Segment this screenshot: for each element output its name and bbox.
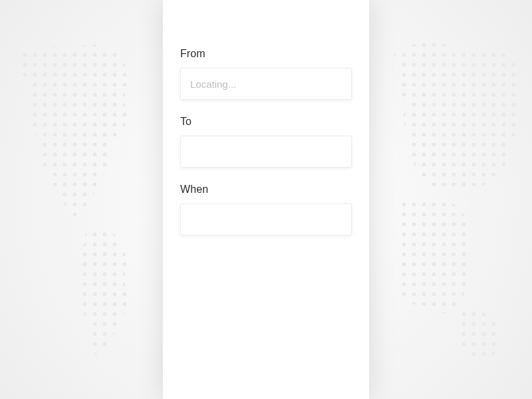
to-input[interactable] xyxy=(180,136,352,168)
from-input[interactable] xyxy=(180,68,352,100)
when-input[interactable] xyxy=(180,203,352,235)
from-field: From xyxy=(180,48,352,100)
when-field: When xyxy=(180,184,352,235)
to-label: To xyxy=(180,116,352,128)
from-label: From xyxy=(180,48,352,60)
when-label: When xyxy=(180,184,352,196)
to-field: To xyxy=(180,116,352,168)
search-card: From To When xyxy=(163,0,369,399)
